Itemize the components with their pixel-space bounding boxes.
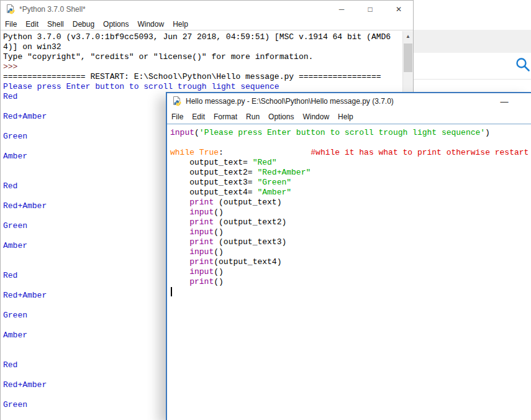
menu-item-options[interactable]: Options (99, 20, 133, 29)
menu-item-edit[interactable]: Edit (21, 20, 43, 29)
close-button[interactable]: ✕ (384, 1, 413, 18)
text-cursor (171, 287, 172, 296)
code-line: output_text4= "Amber" (170, 188, 531, 198)
menu-item-edit[interactable]: Edit (188, 112, 209, 121)
search-icon[interactable] (515, 57, 530, 72)
shell-line: 4)] on win32 (3, 42, 402, 52)
menu-item-file[interactable]: File (1, 20, 21, 29)
code-line: output_text= "Red" (170, 158, 531, 168)
code-line: print (output_text) (170, 198, 531, 208)
shell-window-title: *Python 3.7.0 Shell* (19, 5, 86, 14)
code-line: output_text2= "Red+Amber" (170, 168, 531, 178)
desktop: Desktop Wallpapers, f Face (0, 0, 531, 420)
code-line: input() (170, 247, 531, 257)
menu-item-run[interactable]: Run (242, 112, 264, 121)
scroll-up-icon[interactable]: ▲ (403, 31, 413, 41)
shell-line: Please press Enter button to scroll trou… (3, 82, 402, 92)
code-line: input() (170, 267, 531, 277)
browser-toolbar-band (397, 30, 531, 53)
shell-line: Python 3.7.0 (v3.7.0:1bf9cc5093, Jun 27 … (3, 32, 402, 42)
shell-line: ================= RESTART: E:\School\Pyt… (3, 72, 402, 82)
code-line: print (output_text2) (170, 217, 531, 227)
code-line (170, 138, 531, 148)
scrollbar-thumb[interactable] (404, 43, 412, 72)
menu-item-help[interactable]: Help (334, 112, 358, 121)
menu-item-options[interactable]: Options (264, 112, 298, 121)
shell-line: >>> (3, 62, 402, 72)
editor-titlebar[interactable]: Hello message.py - E:\School\Python\Hell… (167, 93, 531, 109)
code-line: output_text3= "Green" (170, 178, 531, 188)
idle-file-icon (172, 96, 182, 106)
minimize-button[interactable]: — (495, 94, 514, 108)
menu-item-help[interactable]: Help (168, 20, 193, 29)
menu-item-format[interactable]: Format (209, 112, 242, 121)
menu-item-file[interactable]: File (167, 112, 188, 121)
menu-item-window[interactable]: Window (298, 112, 334, 121)
code-line: print() (170, 277, 531, 287)
editor-menubar: FileEditFormatRunOptionsWindowHelp (167, 109, 531, 124)
editor-text-area[interactable]: input('Please press Enter button to scro… (167, 126, 531, 420)
menu-item-debug[interactable]: Debug (68, 20, 99, 29)
menu-item-window[interactable]: Window (133, 20, 168, 29)
editor-window: Hello message.py - E:\School\Python\Hell… (166, 92, 531, 420)
maximize-button[interactable]: □ (356, 1, 384, 18)
code-line: input('Please press Enter button to scro… (170, 128, 531, 138)
browser-bookmark-bar: Desktop Wallpapers, f Face (397, 0, 531, 30)
code-line: print (output_text3) (170, 237, 531, 247)
shell-menubar: FileEditShellDebugOptionsWindowHelp (1, 18, 413, 30)
shell-line: Type "copyright", "credits" or "license(… (3, 52, 402, 62)
shell-titlebar[interactable]: *Python 3.7.0 Shell* ─□✕ (1, 1, 413, 18)
code-line: print(output_text4) (170, 257, 531, 267)
code-line: input() (170, 227, 531, 237)
shell-caption-buttons: ─□✕ (327, 1, 413, 18)
menu-item-shell[interactable]: Shell (43, 20, 68, 29)
code-line: input() (170, 208, 531, 217)
editor-window-title: Hello message.py - E:\School\Python\Hell… (186, 97, 394, 106)
idle-app-icon (6, 4, 16, 14)
minimize-button[interactable]: ─ (327, 1, 356, 18)
browser-divider (414, 79, 531, 80)
code-line: while True: #while it has what to print … (170, 148, 531, 158)
